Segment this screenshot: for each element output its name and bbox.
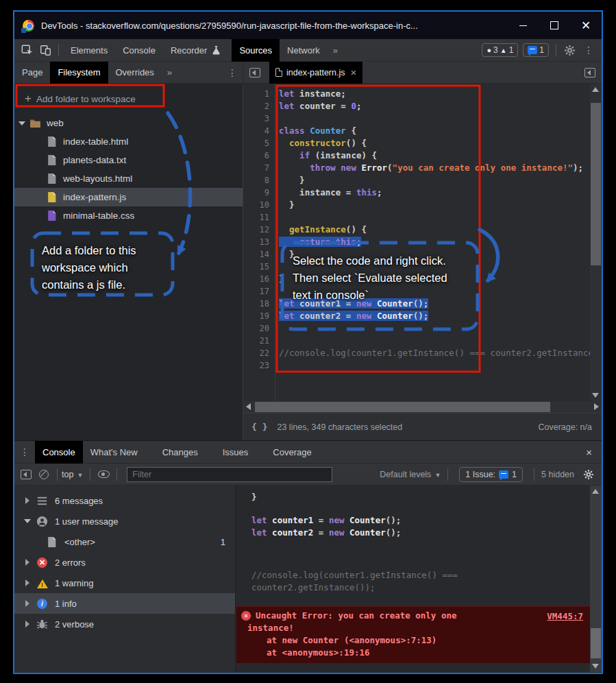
toggle-console-sidebar-icon[interactable] <box>17 466 35 483</box>
console-filter-item[interactable]: i1 info <box>14 593 235 614</box>
file-tree-item[interactable]: minimal-table.css <box>14 206 243 225</box>
editor-tab-index-pattern[interactable]: index-pattern.js × <box>269 62 362 84</box>
tab-network[interactable]: Network <box>280 39 328 62</box>
navigator-menu-icon[interactable]: ⋮ <box>222 67 243 78</box>
editor-vertical-scrollbar[interactable] <box>590 84 602 401</box>
close-button[interactable]: ✕ <box>570 12 602 39</box>
expander-icon[interactable] <box>25 579 33 586</box>
toggle-navigator-icon[interactable] <box>246 64 264 81</box>
line-number[interactable]: 20 <box>243 322 275 335</box>
line-number[interactable]: 7 <box>243 162 275 174</box>
console-prompt-chevron[interactable]: > <box>251 669 257 672</box>
line-number[interactable]: 1 <box>243 88 275 100</box>
console-filter-item[interactable]: 2 verbose <box>14 614 235 634</box>
code-editor[interactable]: 1234567891011121314151617181920212223 le… <box>243 84 602 440</box>
error-source-link[interactable]: VM445:7 <box>547 610 583 623</box>
tab-coverage[interactable]: Coverage <box>265 441 319 464</box>
more-nav-chevron[interactable]: » <box>162 67 177 77</box>
line-number[interactable]: 10 <box>243 199 275 211</box>
tab-whats-new[interactable]: What's New <box>83 441 145 464</box>
line-number[interactable]: 21 <box>243 335 275 347</box>
devtools-toolbar: Elements Console Recorder Sources Networ… <box>14 39 602 62</box>
line-number[interactable]: 13 <box>243 236 275 248</box>
console-filter-item[interactable]: <other>1 <box>14 531 235 552</box>
close-tab-icon[interactable]: × <box>350 67 356 78</box>
line-number[interactable]: 22 <box>243 347 275 359</box>
default-levels-dropdown[interactable]: Default levels <box>380 470 431 479</box>
tab-overrides[interactable]: Overrides <box>108 62 162 84</box>
line-number[interactable]: 19 <box>243 310 275 322</box>
line-number[interactable]: 15 <box>243 261 275 273</box>
console-scrollbar[interactable] <box>590 486 602 672</box>
line-number[interactable]: 11 <box>243 211 275 224</box>
file-tree-item[interactable]: web <box>14 114 243 132</box>
more-tabs-chevron[interactable]: » <box>328 45 343 56</box>
line-number[interactable]: 16 <box>243 273 275 285</box>
line-number[interactable]: 14 <box>243 248 275 261</box>
tab-page[interactable]: Page <box>14 62 50 84</box>
scroll-up-icon[interactable] <box>592 489 599 494</box>
expander-icon[interactable] <box>25 621 33 627</box>
issues-badge[interactable]: 1 <box>523 43 549 57</box>
tab-console[interactable]: Console <box>115 39 163 62</box>
scroll-right-icon[interactable] <box>594 403 599 410</box>
tab-elements[interactable]: Elements <box>63 39 115 62</box>
tab-console-drawer[interactable]: Console <box>35 441 83 464</box>
line-number[interactable]: 6 <box>243 149 275 162</box>
settings-gear-icon[interactable] <box>560 42 578 58</box>
console-filter-item[interactable]: 1 user message <box>14 511 235 531</box>
line-number[interactable]: 2 <box>243 100 275 112</box>
line-number[interactable]: 17 <box>243 285 275 298</box>
close-drawer-icon[interactable]: × <box>586 446 592 458</box>
file-tree-item[interactable]: index-pattern.js <box>14 188 243 206</box>
expander-icon[interactable] <box>25 497 33 504</box>
file-tree-item[interactable]: web-layouts.html <box>14 169 243 188</box>
line-number[interactable]: 4 <box>243 125 275 137</box>
minimize-button[interactable] <box>507 12 539 39</box>
tab-recorder[interactable]: Recorder <box>163 39 210 62</box>
console-output-line: let counter1 = new Counter(); <box>251 514 590 527</box>
expander-icon[interactable] <box>25 559 33 566</box>
scroll-left-icon[interactable] <box>246 403 251 410</box>
console-filter-item[interactable]: 6 messages <box>14 490 235 511</box>
clear-console-icon[interactable] <box>35 466 53 483</box>
line-number[interactable]: 8 <box>243 174 275 187</box>
toggle-debugger-icon[interactable] <box>581 64 599 81</box>
console-settings-gear-icon[interactable] <box>580 466 597 483</box>
tab-issues[interactable]: Issues <box>215 441 256 464</box>
expander-icon[interactable] <box>25 600 33 607</box>
tab-changes[interactable]: Changes <box>155 441 206 464</box>
scroll-up-icon[interactable] <box>592 87 599 92</box>
line-number[interactable]: 23 <box>243 359 275 372</box>
warning-icon: ! <box>36 577 48 589</box>
device-toolbar-icon[interactable] <box>36 42 54 58</box>
tab-filesystem[interactable]: Filesystem <box>50 62 108 84</box>
tab-sources[interactable]: Sources <box>232 39 280 62</box>
maximize-button[interactable] <box>539 12 570 39</box>
issues-button[interactable]: 1 Issue: 1 <box>459 467 523 482</box>
live-expression-eye-icon[interactable] <box>95 466 112 483</box>
add-folder-button[interactable]: + Add folder to workspace <box>14 89 243 108</box>
error-warning-badge[interactable]: ●3 ▲1 <box>482 43 518 57</box>
line-number[interactable]: 9 <box>243 187 275 199</box>
line-number[interactable]: 18 <box>243 298 275 310</box>
line-number[interactable]: 12 <box>243 224 275 236</box>
drawer-menu-icon[interactable]: ⋮ <box>14 446 35 457</box>
file-tree-item[interactable]: index-table.html <box>14 132 243 151</box>
inspect-icon[interactable] <box>19 42 36 58</box>
console-filter-item[interactable]: ✕2 errors <box>14 552 235 573</box>
expander-icon[interactable] <box>19 121 25 129</box>
scroll-down-icon[interactable] <box>592 393 599 398</box>
scroll-down-icon[interactable] <box>592 664 599 669</box>
line-number[interactable]: 5 <box>243 137 275 149</box>
line-number[interactable]: 3 <box>243 112 275 125</box>
more-options-icon[interactable]: ⋮ <box>578 45 599 56</box>
console-filter-item[interactable]: !1 warning <box>14 573 235 593</box>
file-tree-item[interactable]: planets-data.txt <box>14 151 243 169</box>
context-selector[interactable]: top <box>62 470 73 479</box>
pretty-print-icon[interactable]: { } <box>251 422 267 432</box>
sources-status-bar: { } 23 lines, 349 characters selected Co… <box>243 413 602 440</box>
editor-horizontal-scrollbar[interactable] <box>243 401 602 413</box>
expander-icon[interactable] <box>24 519 31 527</box>
filter-input[interactable] <box>127 467 332 482</box>
